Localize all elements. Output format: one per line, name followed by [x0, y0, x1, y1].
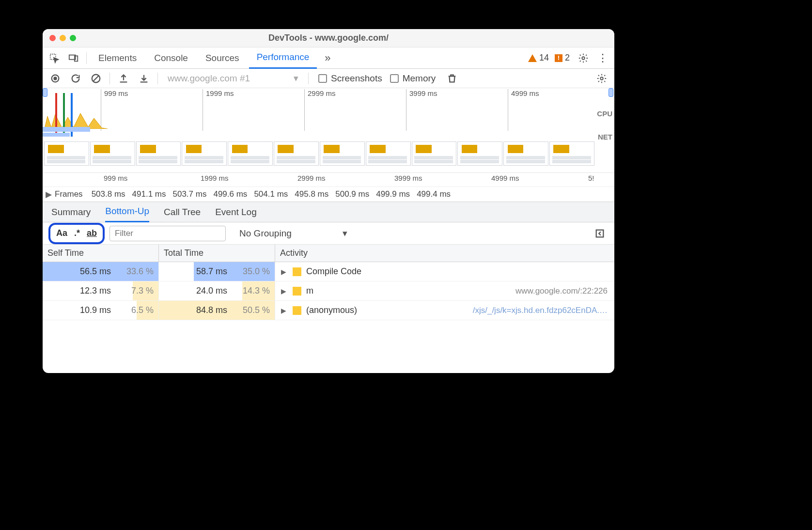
filmstrip-thumb[interactable]: [136, 141, 181, 166]
download-icon[interactable]: [135, 70, 153, 87]
minimize-icon[interactable]: [60, 35, 66, 41]
range-handle-right[interactable]: [609, 88, 613, 97]
frames-label: Frames: [55, 189, 83, 199]
range-handle-left[interactable]: [43, 88, 47, 97]
device-toolbar-icon[interactable]: [65, 49, 82, 67]
total-ms: 58.7 ms: [179, 266, 227, 277]
clear-icon[interactable]: [87, 70, 105, 87]
inspect-element-icon[interactable]: [46, 49, 63, 67]
whole-word-button[interactable]: ab: [87, 228, 97, 238]
filmstrip-thumb[interactable]: [274, 141, 319, 166]
frame-times: 503.8 ms 491.1 ms 503.7 ms 499.6 ms 504.…: [92, 189, 457, 199]
svg-rect-8: [596, 230, 604, 237]
timeline-tick: 2999 ms: [295, 174, 326, 184]
filter-input[interactable]: [109, 226, 226, 241]
capture-settings-icon[interactable]: [593, 70, 610, 87]
filmstrip-thumb[interactable]: [457, 141, 502, 166]
activity-source[interactable]: www.google.com/:22:226: [515, 286, 608, 296]
frame-time: 503.7 ms: [173, 189, 207, 199]
frame-time: 491.1 ms: [132, 189, 166, 199]
grouping-select[interactable]: No Grouping ▾: [239, 228, 347, 239]
frame-time: 499.9 ms: [376, 189, 410, 199]
script-icon: [293, 306, 301, 315]
tab-elements[interactable]: Elements: [91, 47, 144, 69]
table-row[interactable]: 12.3 ms 7.3 % 24.0 ms 14.3 % ▶ m www.goo…: [43, 281, 614, 301]
total-ms: 24.0 ms: [179, 286, 227, 296]
filmstrip-thumb[interactable]: [503, 141, 548, 166]
tab-event-log[interactable]: Event Log: [215, 202, 257, 222]
col-activity[interactable]: Activity: [275, 245, 614, 262]
activity-name: Compile Code: [306, 266, 361, 277]
tab-console[interactable]: Console: [146, 47, 196, 69]
cell-total-time: 84.8 ms 50.5 %: [159, 301, 275, 320]
activity-source[interactable]: /xjs/_/js/k=xjs.hd.en.fdzp62cEnDA.…: [473, 306, 608, 315]
frame-time: 499.6 ms: [213, 189, 247, 199]
overview-tick: 3999 ms: [406, 89, 437, 131]
expand-arrow-icon[interactable]: ▶: [281, 287, 288, 295]
filmstrip-thumb[interactable]: [182, 141, 227, 166]
recording-selector[interactable]: www.google.com #1 ▾: [163, 73, 303, 84]
recording-label: www.google.com #1: [168, 73, 250, 84]
chevron-down-icon: ▾: [294, 73, 298, 84]
table-row[interactable]: 10.9 ms 6.5 % 84.8 ms 50.5 % ▶ (anonymou…: [43, 301, 614, 320]
table-row[interactable]: 56.5 ms 33.6 % 58.7 ms 35.0 % ▶ Compile …: [43, 262, 614, 281]
frame-time: 499.4 ms: [417, 189, 451, 199]
filmstrip-thumb[interactable]: [320, 141, 365, 166]
errors-count[interactable]: ! 2: [555, 53, 570, 63]
filmstrip-thumb[interactable]: [228, 141, 273, 166]
expand-arrow-icon[interactable]: ▶: [281, 307, 288, 314]
timeline-tick: 1999 ms: [198, 174, 229, 184]
cpu-chart: [45, 111, 108, 129]
activity-name: (anonymous): [306, 305, 357, 315]
frame-time: 495.8 ms: [295, 189, 328, 199]
tab-performance[interactable]: Performance: [249, 47, 317, 69]
timeline-tick: 3999 ms: [391, 174, 422, 184]
window-title: DevTools - www.google.com/: [43, 33, 614, 43]
more-tabs-icon[interactable]: »: [319, 49, 336, 67]
overview-tick: 1999 ms: [203, 89, 234, 131]
regex-button[interactable]: .*: [74, 228, 80, 238]
svg-point-3: [582, 57, 585, 60]
self-ms: 12.3 ms: [62, 286, 111, 296]
frames-track[interactable]: ▶ Frames 503.8 ms 491.1 ms 503.7 ms 499.…: [43, 187, 614, 202]
timeline-ruler[interactable]: 999 ms 1999 ms 2999 ms 3999 ms 4999 ms 5…: [43, 173, 614, 187]
expand-arrow-icon[interactable]: ▶: [281, 268, 288, 276]
close-icon[interactable]: [49, 35, 56, 41]
filter-toolbar: Aa .* ab No Grouping ▾: [43, 222, 614, 245]
tab-sources[interactable]: Sources: [198, 47, 247, 69]
total-pct: 50.5 %: [231, 305, 270, 315]
cpu-label: CPU: [597, 109, 612, 118]
total-ms: 84.8 ms: [179, 305, 227, 315]
filmstrip-thumb[interactable]: [90, 141, 135, 166]
overview-pane[interactable]: 999 ms 1999 ms 2999 ms 3999 ms 4999 ms C…: [43, 88, 614, 173]
filmstrip-thumb[interactable]: [549, 141, 594, 166]
filmstrip-thumb[interactable]: [44, 141, 89, 166]
warnings-count[interactable]: 14: [528, 53, 549, 63]
col-self-time[interactable]: Self Time: [43, 245, 159, 262]
kebab-menu-icon[interactable]: ⋮: [594, 49, 611, 67]
upload-icon[interactable]: [115, 70, 132, 87]
window-controls: [49, 35, 76, 41]
col-total-time[interactable]: Total Time: [159, 245, 275, 262]
match-case-button[interactable]: Aa: [56, 228, 67, 238]
tab-bottom-up[interactable]: Bottom-Up: [105, 202, 149, 222]
filmstrip-thumb[interactable]: [412, 141, 457, 166]
maximize-icon[interactable]: [70, 35, 76, 41]
filmstrip-thumb[interactable]: [366, 141, 411, 166]
overview-tick: 2999 ms: [304, 89, 336, 131]
warnings-number: 14: [539, 53, 549, 63]
tab-call-tree[interactable]: Call Tree: [164, 202, 201, 222]
timeline-tick: 4999 ms: [488, 174, 519, 184]
overview-tick: 4999 ms: [508, 89, 539, 131]
memory-label: Memory: [403, 73, 436, 84]
tab-summary[interactable]: Summary: [51, 202, 91, 222]
screenshots-checkbox[interactable]: Screenshots: [318, 73, 382, 84]
reload-icon[interactable]: [67, 70, 84, 87]
show-heaviest-stack-icon[interactable]: [591, 225, 609, 242]
memory-checkbox[interactable]: Memory: [390, 73, 436, 84]
record-icon[interactable]: [47, 70, 64, 87]
settings-icon[interactable]: [575, 49, 592, 67]
expand-arrow-icon[interactable]: ▶: [46, 189, 52, 200]
warning-icon: [528, 54, 537, 62]
trash-icon[interactable]: [443, 70, 461, 87]
